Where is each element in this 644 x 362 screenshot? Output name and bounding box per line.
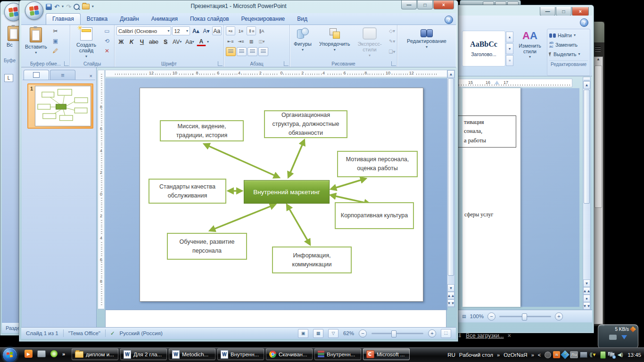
diagram-center-box[interactable]: Внутренний маркетинг: [244, 180, 330, 204]
maximize-button[interactable]: □: [556, 7, 571, 16]
scrollbar-thumb[interactable]: [448, 78, 454, 276]
align-center-button[interactable]: [237, 47, 247, 56]
align-right-button[interactable]: [248, 47, 257, 56]
indent-marker-icon[interactable]: [495, 81, 499, 84]
previous-page-icon[interactable]: ▲▲: [583, 287, 590, 295]
close-pane-icon[interactable]: ×: [88, 73, 94, 80]
arrange-button[interactable]: Упорядочить ▾: [317, 26, 352, 53]
tab-animation[interactable]: Анимация: [145, 14, 184, 25]
next-slide-icon[interactable]: ▼▼: [447, 299, 454, 307]
dialog-launcher-icon[interactable]: [391, 61, 396, 66]
decrease-indent-icon[interactable]: ⇤≡: [226, 37, 235, 46]
format-painter-icon[interactable]: 🖉: [51, 46, 60, 55]
expand-icon[interactable]: »: [497, 352, 500, 358]
tab-review[interactable]: Рецензирование: [235, 14, 291, 25]
language-indicator[interactable]: RU: [447, 352, 455, 358]
paste-button[interactable]: Вс: [7, 42, 13, 48]
dropbox-tray-icon[interactable]: [561, 350, 570, 359]
tab-home[interactable]: Главная: [46, 13, 81, 25]
grow-font-icon[interactable]: A▴: [191, 26, 201, 35]
zoom-slider-thumb[interactable]: [391, 330, 396, 337]
diagram-box-mission[interactable]: Миссия, видение, традиции, история: [160, 120, 244, 141]
close-downloads-icon[interactable]: ×: [508, 332, 511, 339]
tab-insert[interactable]: Вставка: [81, 14, 114, 25]
desktop-toolbar[interactable]: Рабочий стол: [459, 352, 493, 358]
punto-toolbar[interactable]: OzOrNaЯ: [504, 352, 527, 358]
zoom-slider[interactable]: [372, 333, 423, 334]
zoom-in-button[interactable]: +: [555, 313, 563, 321]
java-tray-icon[interactable]: ≋: [553, 351, 560, 358]
expand-icon[interactable]: »: [531, 352, 534, 358]
italic-button[interactable]: K: [127, 37, 136, 46]
connection-tray-icon[interactable]: ((▼: [589, 351, 596, 358]
change-case-button[interactable]: Aa▾: [184, 37, 196, 46]
font-family-combo[interactable]: Calibri (Основно▾: [116, 26, 171, 35]
scroll-down-icon[interactable]: ▼: [447, 284, 454, 292]
shadow-button[interactable]: S: [161, 37, 170, 46]
dropdown-icon[interactable]: ▾: [207, 40, 209, 44]
scroll-up-icon[interactable]: ▲: [583, 81, 590, 89]
text-direction-icon[interactable]: ∥A: [257, 26, 266, 35]
zoom-level[interactable]: 62%: [343, 330, 354, 336]
all-downloads-link[interactable]: Все загрузки...: [466, 332, 504, 339]
zoom-slider[interactable]: [499, 316, 551, 317]
new-slide-button[interactable]: Создать слайд ▾: [72, 26, 100, 59]
style-gallery-item[interactable]: AaBbCc Заголово...: [462, 31, 505, 66]
network-icon[interactable]: [608, 352, 615, 358]
editing-button[interactable]: Редактирование ▾: [399, 28, 454, 50]
next-page-icon[interactable]: ▼▼: [583, 302, 590, 310]
office-button[interactable]: [25, 1, 43, 20]
slide-scrollbar[interactable]: ▲ ▼ ▲▲ ▼▼: [447, 70, 455, 307]
open-icon[interactable]: [82, 4, 90, 9]
replace-button[interactable]: abacЗаменить: [549, 40, 588, 49]
diagram-box-information[interactable]: Информация, коммуникации: [272, 247, 352, 273]
word-scrollbar[interactable]: ▲ ▼ ▲▲ ● ▼▼: [583, 77, 591, 310]
undo-icon[interactable]: ↶: [54, 4, 59, 10]
bullets-icon[interactable]: •≡: [226, 26, 235, 35]
zoom-out-button[interactable]: −: [487, 313, 495, 321]
dropdown-icon[interactable]: ▾: [62, 5, 64, 8]
quick-launch-expand-icon[interactable]: »: [62, 351, 65, 357]
scroll-up-icon[interactable]: ▲: [447, 70, 454, 78]
slideshow-button[interactable]: ▽: [328, 329, 339, 338]
numbering-icon[interactable]: 1≡: [236, 26, 246, 35]
diagram-box-culture[interactable]: Корпоративная культура: [335, 202, 414, 229]
taskbar-button-word-doc1[interactable]: WДля 2 гла...: [120, 348, 167, 360]
diagram-box-standards[interactable]: Стандарты качества обслуживания: [149, 179, 226, 204]
normal-view-button[interactable]: ▣: [298, 329, 308, 338]
punto-switcher-icon[interactable]: Ru: [570, 351, 578, 358]
tab-outline[interactable]: ≣: [50, 70, 75, 80]
underline-button[interactable]: Ч: [137, 37, 147, 46]
taskbar-button-winrar[interactable]: Внутренн...: [314, 348, 361, 360]
delete-slide-icon[interactable]: ✕: [102, 46, 112, 55]
minimize-button[interactable]: —: [540, 7, 555, 16]
chrome-scrollbar-thumb[interactable]: [594, 66, 602, 208]
power-icon[interactable]: [600, 351, 606, 359]
start-button[interactable]: [2, 347, 17, 362]
select-button[interactable]: Выделить▾: [549, 49, 588, 59]
shrink-font-icon[interactable]: A▾: [202, 26, 211, 35]
split-handle[interactable]: [584, 77, 590, 81]
word-scrollbar-thumb[interactable]: [584, 90, 590, 204]
slide-sorter-button[interactable]: ▦: [313, 329, 323, 338]
word-ruler[interactable]: 15 16 17: [458, 79, 572, 87]
font-size-combo[interactable]: 12▾: [172, 26, 190, 35]
help-icon[interactable]: ?: [580, 18, 588, 27]
spellcheck-icon[interactable]: ✓: [110, 330, 115, 337]
scroll-down-icon[interactable]: ▼: [506, 43, 513, 54]
word-document-page[interactable]: тивация сонала, а работы сферы услуг: [462, 88, 520, 307]
tray-app-icon[interactable]: [545, 352, 551, 358]
zoom-slider-thumb[interactable]: [522, 313, 527, 321]
tab-slideshow[interactable]: Показ слайдов: [184, 14, 235, 25]
shapes-button[interactable]: Фигуры ▾: [292, 26, 314, 53]
font-color-button[interactable]: А: [197, 37, 206, 46]
strikethrough-button[interactable]: abe: [148, 37, 160, 46]
print-preview-icon[interactable]: [74, 4, 80, 10]
vertical-ruler[interactable]: 864202468: [98, 70, 105, 309]
customize-qat-icon[interactable]: ▾: [92, 5, 94, 8]
taskbar-button-word-doc2[interactable]: WMetodich...: [169, 348, 215, 360]
collapse-tray-icon[interactable]: <: [538, 352, 541, 358]
tab-design[interactable]: Дизайн: [114, 14, 145, 25]
word-window[interactable]: — □ × ? AaBbCc Заголово... ▲▼≡ AA Измени…: [456, 5, 594, 333]
display-tray-icon[interactable]: [580, 352, 587, 358]
